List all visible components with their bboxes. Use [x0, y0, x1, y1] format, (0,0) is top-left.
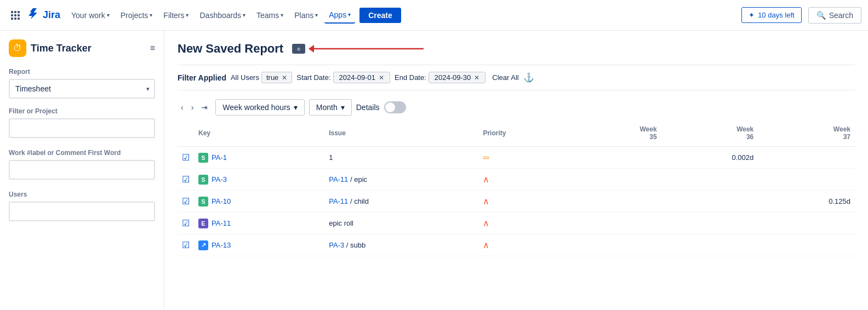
all-users-tag: All Users true ✕	[231, 72, 292, 83]
issue-link[interactable]: PA-11	[329, 197, 348, 205]
chevron-down-icon: ▾	[186, 12, 189, 18]
nav-logo[interactable]: Jira	[26, 7, 60, 24]
checkbox-icon[interactable]: ☑	[182, 153, 190, 162]
col-checkbox-header	[178, 120, 194, 147]
nav-apps[interactable]: Apps ▾	[324, 7, 355, 24]
svg-rect-3	[11, 14, 13, 16]
row-issue-cell: PA-11 / child	[324, 191, 478, 213]
nav-logo-text: Jira	[43, 9, 60, 21]
key-link[interactable]: PA-10	[212, 197, 231, 205]
start-date-label: Start Date:	[296, 73, 330, 82]
filter-project-label: Filter or Project	[9, 107, 155, 115]
row-key-cell: S PA-3	[194, 169, 324, 191]
filter-applied-label: Filter Applied	[178, 73, 226, 82]
remove-start-date-button[interactable]: ✕	[379, 74, 384, 82]
annotation-arrow	[309, 41, 429, 57]
work-input[interactable]	[9, 160, 155, 180]
last-button[interactable]: ⇥	[198, 101, 211, 114]
row-week35-cell	[579, 147, 661, 169]
filter-project-input[interactable]	[9, 118, 155, 138]
nav-projects-label: Projects	[121, 11, 149, 20]
next-button[interactable]: ›	[188, 101, 197, 114]
key-link[interactable]: PA-13	[212, 241, 231, 249]
row-issue-cell: 1	[324, 147, 478, 169]
work-label: Work #label or Comment First Word	[9, 149, 155, 157]
key-with-icon: S PA-3	[198, 175, 320, 185]
nav-your-work[interactable]: Your work ▾	[67, 8, 114, 23]
priority-icon: ∧	[483, 197, 489, 206]
settings-icon[interactable]: ≡	[292, 44, 305, 54]
nav-teams[interactable]: Teams ▾	[252, 8, 288, 23]
key-with-icon: S PA-1	[198, 153, 320, 163]
row-priority-cell: ∧	[478, 234, 579, 256]
col-week36-header: Week36	[661, 120, 758, 147]
col-week37-header: Week37	[758, 120, 855, 147]
trial-label: 10 days left	[758, 11, 795, 19]
search-button[interactable]: 🔍 Search	[808, 7, 861, 24]
prev-button[interactable]: ‹	[178, 101, 187, 114]
table-controls: ‹ › ⇥ Week worked hours ▾ Month ▾ Detail…	[178, 99, 855, 116]
priority-icon: ∧	[483, 219, 489, 228]
svg-rect-1	[14, 11, 16, 13]
checkbox-icon[interactable]: ☑	[182, 219, 190, 228]
nav-teams-label: Teams	[256, 11, 279, 20]
week-select-dropdown[interactable]: Week worked hours ▾	[215, 99, 304, 116]
toggle-track[interactable]	[384, 101, 406, 113]
checkbox-icon[interactable]: ☑	[182, 175, 190, 184]
users-input[interactable]	[9, 202, 155, 221]
sidebar-collapse-button[interactable]: ≡	[150, 43, 155, 53]
col-week35-header: Week35	[579, 120, 661, 147]
checkbox-icon[interactable]: ☑	[182, 240, 190, 250]
grid-icon[interactable]	[7, 7, 24, 24]
row-week37-cell	[758, 234, 855, 256]
nav-dashboards[interactable]: Dashboards ▾	[195, 8, 250, 23]
main-content: New Saved Report ≡ Filter Applied All Us…	[164, 31, 868, 310]
issue-type-icon: ↗	[198, 240, 208, 250]
search-icon: 🔍	[816, 11, 826, 20]
create-button[interactable]: Create	[359, 8, 401, 23]
priority-icon: ∧	[483, 240, 489, 250]
key-link[interactable]: PA-11	[212, 219, 231, 227]
nav-arrows: ‹ › ⇥	[178, 101, 211, 114]
nav-dashboards-label: Dashboards	[199, 11, 241, 20]
row-priority-cell: ∧	[478, 213, 579, 234]
checkbox-icon[interactable]: ☑	[182, 197, 190, 206]
report-table: Key Issue Priority Week35 Week36 Week37 …	[178, 120, 855, 256]
issue-type-icon: E	[198, 219, 208, 228]
issue-link[interactable]: PA-11	[329, 175, 348, 183]
remove-end-date-button[interactable]: ✕	[474, 74, 479, 82]
jira-logo-icon	[26, 7, 39, 24]
trial-badge[interactable]: ✦ 10 days left	[741, 7, 802, 23]
report-select[interactable]: Timesheet Weekly Monthly	[9, 79, 155, 99]
svg-rect-5	[18, 14, 20, 16]
svg-rect-4	[14, 14, 16, 16]
priority-icon: ∧	[483, 175, 489, 184]
nav-filters[interactable]: Filters ▾	[159, 8, 193, 23]
issue-link[interactable]: PA-3	[329, 241, 344, 249]
all-users-chip: true ✕	[261, 72, 292, 83]
nav-projects[interactable]: Projects ▾	[116, 8, 157, 23]
page-title: New Saved Report	[178, 42, 283, 56]
row-key-cell: E PA-11	[194, 213, 324, 234]
month-select-dropdown[interactable]: Month ▾	[309, 99, 352, 116]
chevron-down-icon: ▾	[341, 103, 345, 112]
table-row: ☑ S PA-3 PA-11 / epic ∧	[178, 169, 855, 191]
row-week35-cell	[579, 213, 661, 234]
remove-all-users-button[interactable]: ✕	[282, 74, 287, 82]
main-header: New Saved Report ≡	[178, 42, 855, 56]
filter-bar: Filter Applied All Users true ✕ Start Da…	[178, 65, 855, 90]
details-toggle[interactable]	[384, 101, 406, 113]
row-week37-cell: 0.125d	[758, 191, 855, 213]
row-week36-cell: 0.002d	[661, 147, 758, 169]
nav-plans[interactable]: Plans ▾	[290, 8, 322, 23]
start-date-value: 2024-09-01	[339, 73, 376, 82]
search-label: Search	[829, 11, 853, 20]
month-select-label: Month	[316, 103, 338, 112]
key-link[interactable]: PA-3	[212, 175, 227, 183]
all-users-label: All Users	[231, 73, 259, 82]
key-link[interactable]: PA-1	[212, 153, 227, 162]
key-with-icon: E PA-11	[198, 219, 320, 228]
start-date-chip: 2024-09-01 ✕	[333, 72, 391, 83]
anchor-icon[interactable]: ⚓	[523, 72, 534, 83]
clear-all-button[interactable]: Clear All	[492, 73, 518, 82]
